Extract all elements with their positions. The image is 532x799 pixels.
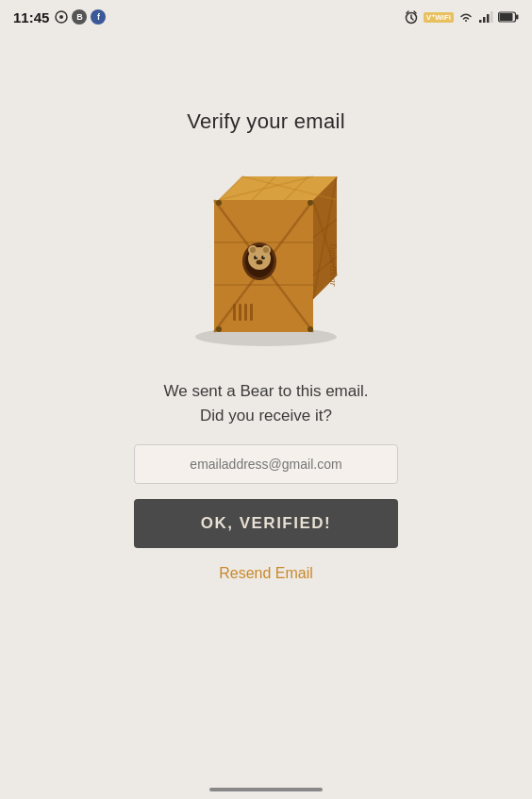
- svg-rect-51: [239, 304, 241, 321]
- svg-point-48: [216, 326, 222, 332]
- svg-point-46: [216, 200, 222, 206]
- sim-icon: [55, 10, 68, 24]
- svg-rect-8: [483, 17, 486, 23]
- svg-rect-7: [479, 20, 482, 23]
- svg-rect-10: [490, 11, 493, 23]
- svg-text:TunnelBear: TunnelBear: [328, 242, 339, 287]
- subtitle-line2: Did you receive it?: [200, 407, 332, 424]
- vpn-badge: V⁺WiFi: [424, 12, 454, 23]
- b-badge-icon: B: [72, 9, 87, 25]
- svg-point-43: [256, 256, 258, 258]
- svg-rect-9: [487, 14, 490, 23]
- alarm-icon: [404, 9, 419, 25]
- status-left: 11:45 B f: [13, 9, 106, 25]
- status-right: V⁺WiFi: [404, 9, 519, 25]
- subtitle-line1: We sent a Bear to this email.: [163, 382, 368, 400]
- crate-illustration: TunnelBear: [162, 153, 370, 360]
- svg-rect-53: [250, 304, 253, 321]
- bottom-nav-indicator: [209, 788, 323, 791]
- status-time: 11:45: [13, 9, 49, 25]
- resend-email-button[interactable]: Resend Email: [219, 565, 313, 582]
- svg-point-49: [308, 326, 313, 332]
- svg-rect-50: [233, 304, 236, 321]
- main-content: Verify your email: [0, 34, 532, 582]
- page-title: Verify your email: [187, 109, 345, 134]
- svg-point-42: [257, 260, 263, 265]
- svg-point-47: [308, 200, 313, 206]
- verify-button[interactable]: OK, VERIFIED!: [134, 499, 398, 548]
- status-bar: 11:45 B f V⁺WiFi: [0, 0, 532, 34]
- svg-point-1: [59, 15, 63, 19]
- svg-line-4: [411, 18, 413, 20]
- svg-rect-52: [244, 304, 247, 321]
- signal-icon: [478, 10, 493, 24]
- crate-svg: TunnelBear: [162, 153, 370, 360]
- status-icons-left: B f: [55, 9, 106, 25]
- svg-rect-13: [516, 15, 519, 20]
- wifi-icon: [458, 10, 474, 24]
- svg-point-44: [263, 256, 265, 258]
- battery-icon: [498, 11, 519, 23]
- svg-point-39: [263, 247, 269, 253]
- svg-point-38: [250, 247, 256, 253]
- email-field[interactable]: [134, 444, 398, 484]
- svg-rect-12: [500, 13, 513, 21]
- subtitle: We sent a Bear to this email. Did you re…: [163, 379, 368, 427]
- fb-icon: f: [91, 9, 106, 25]
